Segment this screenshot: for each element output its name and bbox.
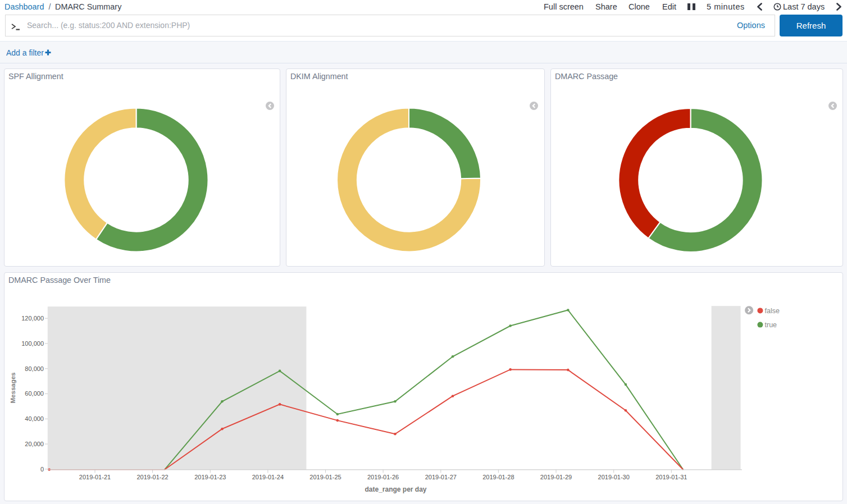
svg-text:2019-01-26: 2019-01-26 (367, 474, 399, 480)
svg-text:20,000: 20,000 (25, 441, 44, 447)
svg-text:2019-01-27: 2019-01-27 (425, 474, 457, 480)
svg-text:2019-01-21: 2019-01-21 (79, 474, 111, 480)
svg-text:date_range per day: date_range per day (365, 485, 426, 493)
svg-text:60,000: 60,000 (25, 390, 44, 397)
svg-text:Messages: Messages (10, 373, 16, 404)
svg-text:2019-01-31: 2019-01-31 (655, 474, 687, 480)
svg-text:2019-01-25: 2019-01-25 (309, 474, 341, 480)
svg-text:2019-01-30: 2019-01-30 (598, 474, 630, 480)
svg-text:120,000: 120,000 (21, 315, 44, 322)
svg-text:2019-01-22: 2019-01-22 (136, 474, 168, 480)
svg-text:80,000: 80,000 (25, 365, 44, 372)
svg-text:0: 0 (40, 466, 44, 473)
svg-text:40,000: 40,000 (25, 415, 44, 422)
svg-text:2019-01-24: 2019-01-24 (252, 474, 284, 480)
svg-text:2019-01-29: 2019-01-29 (540, 474, 572, 480)
svg-text:true: true (765, 321, 777, 329)
svg-text:false: false (765, 307, 780, 315)
svg-text:100,000: 100,000 (21, 340, 44, 347)
svg-text:2019-01-28: 2019-01-28 (482, 474, 514, 480)
svg-text:2019-01-23: 2019-01-23 (194, 474, 226, 480)
